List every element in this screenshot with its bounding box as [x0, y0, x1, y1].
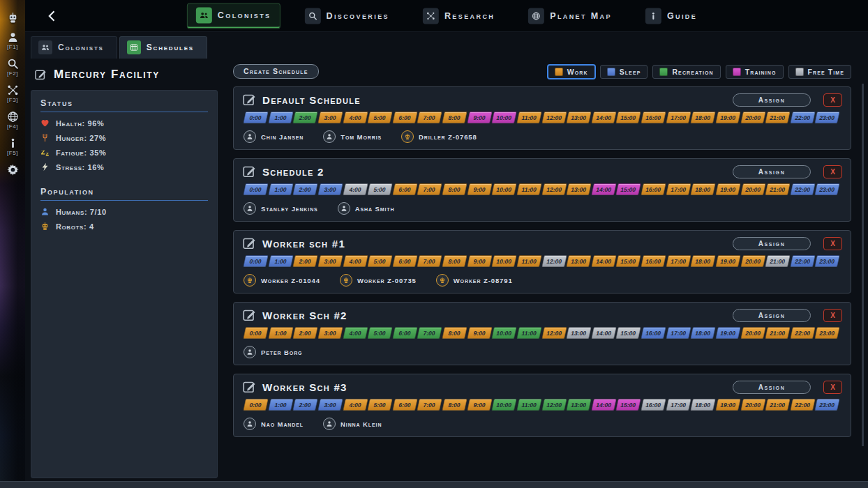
hour-block-free[interactable]: 12:00	[541, 255, 567, 267]
hour-block-work[interactable]: 5:00	[367, 112, 392, 123]
hour-block-work[interactable]: 21:00	[765, 399, 790, 411]
hour-block-free[interactable]: 21:00	[765, 255, 790, 267]
hour-block-training[interactable]: 15:00	[616, 183, 641, 195]
hour-block-work[interactable]: 8:00	[442, 255, 467, 267]
hour-block-work[interactable]: 9:00	[467, 255, 492, 267]
hour-block-work[interactable]: 0:00	[243, 399, 268, 411]
assignee-nao-mandel[interactable]: Nao Mandel	[244, 418, 304, 430]
hour-block-work[interactable]: 13:00	[566, 255, 591, 267]
hour-block-work[interactable]: 6:00	[392, 399, 417, 411]
hour-block-work[interactable]: 21:00	[765, 327, 790, 339]
nav-item-colonists[interactable]: Colonists	[188, 3, 280, 28]
hour-block-work[interactable]: 20:00	[740, 183, 765, 195]
nav-item-research[interactable]: Research	[414, 4, 503, 27]
hour-block-sleep[interactable]: 22:00	[790, 255, 815, 267]
hour-block-free[interactable]: 4:00	[343, 183, 368, 195]
hour-block-sleep[interactable]: 17:00	[666, 327, 691, 339]
hour-block-work[interactable]: 8:00	[442, 112, 467, 123]
edit-facility-button[interactable]	[33, 68, 47, 82]
assignee-driller-z-07658[interactable]: Driller Z-07658	[401, 130, 477, 143]
scrollbar[interactable]	[862, 84, 864, 446]
assignee-stanley-jenkins[interactable]: Stanley Jenkins	[244, 202, 318, 215]
hour-block-recreation[interactable]: 5:00	[367, 327, 392, 339]
hour-block-work[interactable]: 21:00	[765, 112, 790, 123]
create-schedule-button[interactable]: Create Schedule	[233, 64, 319, 79]
hour-block-work[interactable]: 17:00	[666, 112, 691, 123]
hour-block-free[interactable]: 14:00	[591, 327, 616, 339]
hour-block-sleep[interactable]: 16:00	[641, 327, 666, 339]
edit-schedule-button[interactable]	[242, 236, 256, 250]
hour-block-work[interactable]: 16:00	[641, 255, 666, 267]
hour-block-recreation[interactable]: 4:00	[343, 327, 368, 339]
assignee-ninna-klein[interactable]: Ninna Klein	[323, 418, 382, 430]
hour-block-free[interactable]: 17:00	[666, 399, 691, 411]
legend-training[interactable]: Training	[726, 65, 784, 79]
hour-block-sleep[interactable]: 23:00	[815, 112, 840, 123]
assignee-worker-z-01044[interactable]: Worker Z-01044	[244, 274, 320, 287]
hour-block-work[interactable]: 13:00	[566, 183, 591, 195]
hour-block-sleep[interactable]: 2:00	[292, 183, 317, 195]
hour-block-recreation[interactable]: 11:00	[516, 327, 541, 339]
sidebar-research-button[interactable]: [F3]	[6, 84, 20, 104]
hour-block-work[interactable]: 20:00	[740, 255, 765, 267]
assign-button[interactable]: Assign	[733, 165, 811, 178]
delete-schedule-button[interactable]: X	[823, 237, 842, 250]
assignee-chin-jansen[interactable]: Chin Jansen	[244, 130, 304, 143]
hour-block-sleep[interactable]: 1:00	[268, 112, 293, 123]
hour-block-work[interactable]: 3:00	[317, 112, 343, 123]
nav-item-guide[interactable]: Guide	[637, 4, 705, 27]
hour-block-work[interactable]: 12:00	[541, 327, 567, 339]
hour-block-work[interactable]: 22:00	[790, 327, 815, 339]
assign-button[interactable]: Assign	[733, 93, 811, 107]
hour-block-sleep[interactable]: 0:00	[243, 255, 268, 267]
edit-schedule-button[interactable]	[242, 308, 256, 322]
hour-block-sleep[interactable]: 18:00	[690, 327, 715, 339]
hour-block-work[interactable]: 19:00	[715, 255, 740, 267]
hour-block-work[interactable]: 19:00	[715, 183, 740, 195]
hour-block-sleep[interactable]: 3:00	[317, 183, 343, 195]
hour-block-free[interactable]: 16:00	[641, 399, 666, 411]
sidebar-settings-button[interactable]	[6, 163, 20, 176]
hour-block-sleep[interactable]: 3:00	[317, 399, 343, 411]
hour-block-work[interactable]: 22:00	[790, 399, 815, 411]
sidebar-person-button[interactable]: [F1]	[6, 31, 20, 51]
hour-block-work[interactable]: 12:00	[541, 112, 567, 123]
legend-sleep[interactable]: Sleep	[600, 65, 648, 79]
hour-block-work[interactable]: 0:00	[243, 327, 268, 339]
hour-block-work[interactable]: 11:00	[516, 255, 541, 267]
hour-block-work[interactable]: 5:00	[367, 255, 392, 267]
sidebar-planet-button[interactable]: [F4]	[6, 110, 20, 130]
hour-block-recreation[interactable]: 13:00	[566, 399, 591, 411]
hour-block-work[interactable]: 7:00	[417, 183, 442, 195]
sidebar-guide-button[interactable]: [F5]	[6, 137, 20, 157]
hour-block-work[interactable]: 6:00	[392, 255, 417, 267]
hour-block-work[interactable]: 10:00	[491, 255, 516, 267]
hour-block-training[interactable]: 9:00	[467, 112, 492, 123]
hour-block-recreation[interactable]: 10:00	[491, 399, 516, 411]
hour-block-work[interactable]: 12:00	[541, 183, 567, 195]
hour-block-work[interactable]: 17:00	[666, 255, 691, 267]
hour-block-work[interactable]: 19:00	[715, 399, 740, 411]
hour-block-sleep[interactable]: 2:00	[292, 399, 317, 411]
tab-colonists[interactable]: Colonists	[31, 36, 117, 59]
hour-block-work[interactable]: 9:00	[467, 327, 492, 339]
hour-block-sleep[interactable]: 0:00	[243, 112, 268, 123]
hour-block-sleep[interactable]: 22:00	[790, 112, 815, 123]
hour-block-work[interactable]: 19:00	[715, 112, 740, 123]
hour-block-work[interactable]: 14:00	[591, 112, 616, 123]
assignee-worker-z-08791[interactable]: Worker Z-08791	[436, 274, 513, 287]
sidebar-discoveries-button[interactable]: [F2]	[6, 57, 20, 77]
assign-button[interactable]: Assign	[733, 237, 811, 250]
hour-block-work[interactable]: 7:00	[417, 399, 442, 411]
hour-block-work[interactable]: 6:00	[392, 112, 417, 123]
hour-block-work[interactable]: 8:00	[442, 399, 467, 411]
hour-block-training[interactable]: 14:00	[591, 399, 616, 411]
hour-block-training[interactable]: 10:00	[491, 112, 516, 123]
edit-schedule-button[interactable]	[242, 380, 256, 394]
hour-block-work[interactable]: 15:00	[616, 255, 641, 267]
hour-block-work[interactable]: 1:00	[268, 327, 293, 339]
hour-block-work[interactable]: 4:00	[343, 112, 368, 123]
hour-block-work[interactable]: 11:00	[516, 183, 541, 195]
hour-block-work[interactable]: 9:00	[467, 399, 492, 411]
hour-block-recreation[interactable]: 10:00	[491, 327, 516, 339]
